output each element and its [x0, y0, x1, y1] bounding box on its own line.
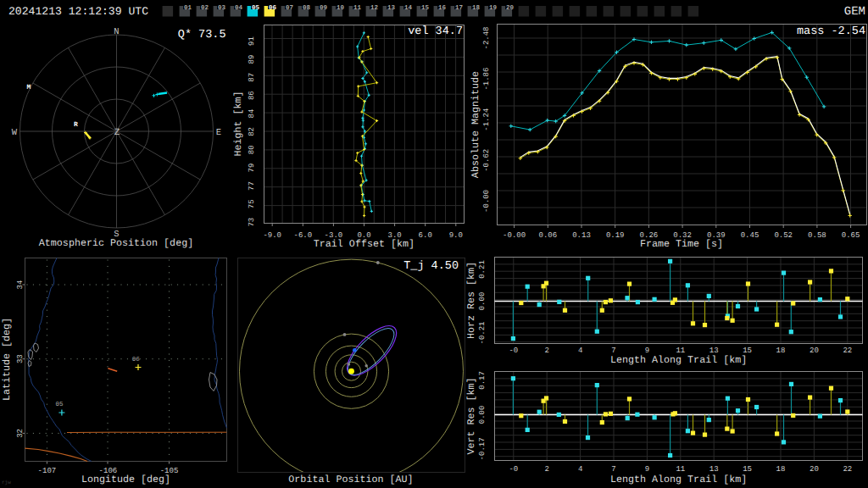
svg-text:-0.62: -0.62 [482, 149, 491, 172]
svg-text:GEM: GEM [844, 5, 865, 19]
svg-text:Longitude [deg]: Longitude [deg] [81, 474, 170, 485]
svg-text:-1.24: -1.24 [482, 108, 491, 131]
svg-text:Height [km]: Height [km] [232, 91, 244, 156]
svg-text:20241213 12:12:39 UTC: 20241213 12:12:39 UTC [8, 5, 148, 18]
svg-text:2: 2 [544, 465, 548, 474]
svg-text:01: 01 [184, 4, 192, 12]
svg-text:20: 20 [810, 465, 819, 474]
svg-text:14: 14 [404, 5, 413, 12]
svg-text:rjw: rjw [2, 480, 11, 485]
svg-text:0.45: 0.45 [741, 231, 760, 240]
svg-text:73: 73 [248, 218, 256, 227]
svg-text:M: M [27, 84, 31, 92]
svg-text:16: 16 [438, 4, 447, 12]
svg-text:03: 03 [218, 4, 226, 12]
svg-text:82: 82 [248, 127, 256, 136]
svg-text:0.52: 0.52 [774, 231, 793, 240]
svg-text:05: 05 [55, 401, 64, 408]
svg-text:Horz Res [km]: Horz Res [km] [465, 262, 477, 339]
svg-text:0.06: 0.06 [538, 231, 557, 240]
svg-text:R: R [74, 121, 78, 129]
svg-text:87: 87 [248, 73, 256, 82]
svg-text:86: 86 [248, 91, 256, 100]
svg-text:0.13: 0.13 [572, 231, 591, 240]
svg-text:0.58: 0.58 [808, 231, 826, 240]
svg-text:80: 80 [248, 145, 256, 154]
svg-text:06: 06 [269, 4, 277, 12]
svg-text:15: 15 [421, 5, 430, 12]
svg-text:-1.86: -1.86 [482, 68, 491, 91]
svg-text:mass -2.54: mass -2.54 [797, 25, 865, 38]
svg-text:7: 7 [611, 465, 615, 474]
svg-text:91: 91 [248, 36, 256, 46]
svg-text:Q* 73.5: Q* 73.5 [178, 29, 226, 42]
svg-text:-0.00: -0.00 [482, 190, 491, 213]
svg-text:9: 9 [645, 465, 649, 474]
svg-text:-0.21: -0.21 [478, 321, 487, 344]
svg-text:08: 08 [303, 4, 311, 12]
svg-text:09: 09 [320, 4, 328, 12]
svg-text:Frame Time [s]: Frame Time [s] [640, 238, 723, 250]
svg-text:0.19: 0.19 [606, 231, 625, 240]
svg-text:34: 34 [16, 280, 25, 290]
svg-text:04: 04 [235, 4, 243, 12]
svg-text:Length Along Trail [km]: Length Along Trail [km] [610, 474, 747, 485]
svg-text:75: 75 [248, 199, 256, 208]
svg-text:0.21: 0.21 [478, 260, 487, 279]
svg-text:13: 13 [709, 465, 719, 474]
svg-text:4: 4 [578, 465, 582, 474]
svg-text:13: 13 [387, 4, 396, 12]
svg-text:Latitude [deg]: Latitude [deg] [1, 318, 13, 401]
svg-text:-2.48: -2.48 [482, 26, 491, 49]
svg-text:06: 06 [132, 356, 141, 363]
svg-text:18: 18 [776, 465, 786, 474]
svg-text:2: 2 [544, 347, 548, 355]
svg-text:84: 84 [248, 109, 256, 119]
svg-text:9.0: 9.0 [449, 231, 463, 240]
svg-text:19: 19 [489, 4, 498, 12]
svg-text:0.17: 0.17 [478, 371, 487, 390]
svg-text:-107: -107 [38, 467, 57, 475]
svg-text:77: 77 [248, 181, 256, 191]
svg-text:W: W [12, 128, 18, 138]
svg-text:11: 11 [676, 465, 685, 474]
svg-text:-0: -0 [509, 347, 518, 355]
svg-text:18: 18 [776, 347, 786, 355]
svg-text:17: 17 [455, 5, 463, 12]
svg-text:89: 89 [248, 55, 256, 64]
svg-text:20: 20 [506, 4, 515, 12]
svg-text:Atmospheric Position [deg]: Atmospheric Position [deg] [39, 237, 193, 249]
svg-text:79: 79 [248, 164, 256, 173]
svg-text:07: 07 [286, 4, 293, 12]
svg-text:32: 32 [16, 429, 25, 438]
svg-text:20: 20 [810, 347, 819, 355]
svg-text:0.00: 0.00 [478, 292, 487, 311]
svg-text:T_j 4.50: T_j 4.50 [403, 260, 459, 273]
svg-text:-9.0: -9.0 [263, 231, 281, 240]
svg-text:33: 33 [16, 354, 25, 363]
svg-text:4: 4 [578, 347, 582, 355]
svg-text:02: 02 [201, 4, 209, 12]
svg-text:0.65: 0.65 [842, 231, 860, 240]
svg-text:6.0: 6.0 [419, 231, 432, 240]
svg-text:Length Along Trail [km]: Length Along Trail [km] [610, 354, 747, 366]
svg-text:15: 15 [743, 465, 752, 474]
svg-text:22: 22 [843, 465, 852, 474]
svg-text:12: 12 [370, 4, 379, 12]
svg-text:11: 11 [353, 5, 362, 12]
svg-text:E: E [216, 128, 221, 138]
svg-text:-0.17: -0.17 [478, 437, 487, 460]
svg-text:Z: Z [114, 128, 120, 138]
svg-text:05: 05 [252, 4, 260, 12]
svg-text:22: 22 [843, 347, 852, 355]
svg-text:vel 34.7: vel 34.7 [408, 25, 463, 38]
svg-text:10: 10 [337, 4, 345, 12]
svg-text:-0: -0 [509, 465, 518, 474]
svg-text:-6.0: -6.0 [293, 231, 312, 240]
svg-text:-0.00: -0.00 [503, 231, 526, 240]
svg-text:N: N [114, 27, 119, 37]
svg-text:Orbital Position [AU]: Orbital Position [AU] [288, 474, 413, 485]
svg-text:0.00: 0.00 [478, 406, 487, 424]
svg-text:Vert Res [km]: Vert Res [km] [465, 377, 477, 454]
svg-text:Trail Offset [km]: Trail Offset [km] [314, 238, 415, 250]
